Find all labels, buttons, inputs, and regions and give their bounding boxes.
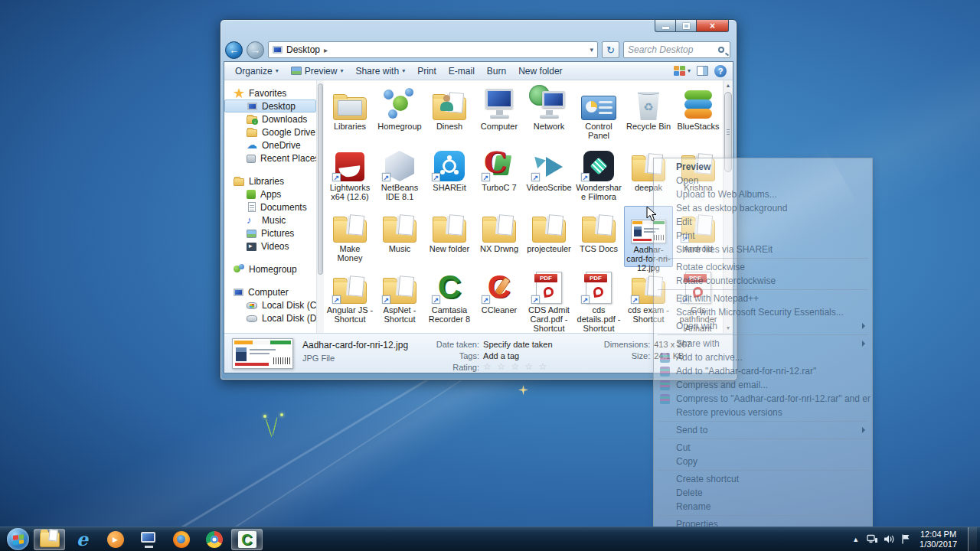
menu-item-add-to-aadhar-card-for-nri-12-rar[interactable]: Add to "Aadhar-card-for-nri-12.rar" bbox=[655, 364, 871, 378]
menu-item-share-files-via-shareit[interactable]: Share files via SHAREit bbox=[655, 243, 871, 256]
file-item-recycle-bin[interactable]: ♻Recycle Bin bbox=[624, 83, 673, 145]
menu-item-delete[interactable]: Delete bbox=[655, 486, 871, 500]
preview-pane-icon[interactable] bbox=[697, 66, 708, 76]
help-button[interactable]: ? bbox=[714, 65, 727, 77]
menu-item-add-to-archive[interactable]: Add to archive... bbox=[655, 350, 871, 364]
taskbar-button-computer-app[interactable] bbox=[132, 529, 164, 550]
menu-item-restore-previous-versions[interactable]: Restore previous versions bbox=[655, 406, 871, 419]
refresh-button[interactable]: ↻ bbox=[602, 41, 619, 58]
show-hidden-icons-button[interactable]: ▲ bbox=[850, 536, 861, 543]
sidebar-item-music[interactable]: ♪Music bbox=[224, 214, 316, 227]
file-item-music[interactable]: Music bbox=[375, 206, 424, 267]
file-item-shareit[interactable]: ↗SHAREit bbox=[425, 145, 474, 206]
menu-item-compress-and-email[interactable]: Compress and email... bbox=[655, 378, 871, 392]
menu-item-edit[interactable]: Edit bbox=[655, 215, 871, 229]
network-icon[interactable] bbox=[867, 533, 878, 545]
search-icon[interactable] bbox=[718, 47, 724, 53]
rating-stars[interactable]: ☆ ☆ ☆ ☆ ☆ bbox=[483, 363, 548, 372]
menu-item-upload-to-web-albums[interactable]: Upload to Web Albums... bbox=[655, 187, 871, 201]
date-taken-value[interactable]: Specify date taken bbox=[483, 340, 553, 349]
menu-item-preview[interactable]: Preview bbox=[655, 160, 871, 174]
action-center-flag-icon[interactable] bbox=[900, 533, 911, 545]
search-box[interactable]: Search Desktop bbox=[623, 41, 730, 58]
views-button[interactable]: ▾ bbox=[674, 66, 691, 76]
address-history-dropdown-icon[interactable]: ▾ bbox=[590, 46, 593, 54]
file-item-aspnet-shortcut[interactable]: ↗AspNet - Shortcut bbox=[375, 267, 424, 328]
menu-item-share-with[interactable]: Share with bbox=[655, 337, 871, 350]
scroll-up-icon[interactable]: ▲ bbox=[724, 80, 733, 90]
file-item-new-folder[interactable]: New folder bbox=[425, 206, 474, 267]
address-box[interactable]: Desktop ▸ ▾ bbox=[268, 41, 598, 58]
taskbar-button-media-player[interactable]: ▶ bbox=[100, 529, 131, 550]
taskbar-button-internet-explorer[interactable]: e bbox=[67, 529, 98, 550]
menu-item-copy[interactable]: Copy bbox=[655, 455, 871, 468]
file-item-make-money[interactable]: Make Money bbox=[325, 206, 374, 267]
taskbar-button-firefox[interactable] bbox=[165, 529, 197, 550]
file-item-camtasia-recorder-8[interactable]: C↗Camtasia Recorder 8 bbox=[425, 267, 474, 328]
toolbar-share-with-button[interactable]: Share with▾ bbox=[349, 64, 411, 79]
maximize-button[interactable] bbox=[676, 20, 697, 32]
file-item-homegroup[interactable]: Homegroup bbox=[375, 83, 424, 145]
taskbar-button-camtasia[interactable]: C bbox=[231, 529, 263, 550]
toolbar-print-button[interactable]: Print bbox=[411, 64, 443, 79]
sidebar-item-apps[interactable]: Apps bbox=[224, 187, 316, 201]
menu-item-open-with[interactable]: Open with bbox=[655, 319, 871, 333]
tags-value[interactable]: Add a tag bbox=[483, 351, 519, 360]
sidebar-item-videos[interactable]: Videos bbox=[224, 240, 316, 253]
file-item-turboc-7[interactable]: C↗TurboC 7 bbox=[475, 145, 524, 206]
file-item-tcs-docs[interactable]: TCS Docs bbox=[574, 206, 623, 267]
menu-item-send-to[interactable]: Send to bbox=[655, 423, 871, 437]
menu-item-open[interactable]: Open bbox=[655, 174, 871, 187]
file-item-dinesh[interactable]: Dinesh bbox=[425, 83, 474, 145]
menu-item-print[interactable]: Print bbox=[655, 229, 871, 243]
sidebar-item-recent-places[interactable]: Recent Places bbox=[224, 152, 316, 165]
file-item-projecteuler[interactable]: projecteuler bbox=[524, 206, 573, 267]
file-item-cds-details-pdf-shortcut[interactable]: PDF↗cds details.pdf - Shortcut bbox=[574, 267, 623, 328]
sidebar-item-favorites[interactable]: Favorites bbox=[224, 86, 316, 99]
file-item-videoscribe[interactable]: ↗VideoScribe bbox=[524, 145, 573, 206]
toolbar-e-mail-button[interactable]: E-mail bbox=[443, 64, 481, 79]
taskbar-button-chrome[interactable] bbox=[198, 529, 230, 550]
sidebar-scrollbar[interactable] bbox=[316, 80, 324, 333]
file-item-cds-admit-card-pdf-shortcut[interactable]: PDF↗CDS Admit Card.pdf - Shortcut bbox=[524, 267, 573, 328]
file-item-libraries[interactable]: Libraries bbox=[325, 83, 374, 145]
sidebar-item-downloads[interactable]: ↓Downloads bbox=[224, 112, 316, 126]
sidebar-scrollbar-thumb[interactable] bbox=[318, 83, 323, 275]
menu-item-rotate-clockwise[interactable]: Rotate clockwise bbox=[655, 260, 871, 274]
file-item-netbeans-ide-8-1[interactable]: ↗NetBeans IDE 8.1 bbox=[375, 145, 424, 206]
sidebar-item-documents[interactable]: Documents bbox=[224, 201, 316, 214]
file-item-control-panel[interactable]: Control Panel bbox=[574, 83, 623, 145]
file-item-lightworks-x64-12-6[interactable]: ↗Lightworks x64 (12.6) bbox=[325, 145, 374, 206]
file-item-computer[interactable]: Computer bbox=[475, 83, 524, 145]
menu-item-create-shortcut[interactable]: Create shortcut bbox=[655, 472, 871, 486]
sidebar-item-libraries[interactable]: Libraries bbox=[224, 174, 316, 187]
sidebar-item-computer[interactable]: Computer bbox=[224, 285, 316, 298]
breadcrumb-arrow-icon[interactable]: ▸ bbox=[324, 46, 328, 54]
sidebar-item-desktop[interactable]: Desktop bbox=[224, 99, 316, 112]
toolbar-preview-button[interactable]: Preview▾ bbox=[285, 64, 350, 79]
file-item-bluestacks[interactable]: BlueStacks bbox=[674, 83, 723, 145]
file-item-angular-js-shortcut[interactable]: ↗Angular JS - Shortcut bbox=[325, 267, 374, 328]
file-item-nx-drwng[interactable]: NX Drwng bbox=[475, 206, 524, 267]
toolbar-organize-button[interactable]: Organize▾ bbox=[229, 64, 285, 79]
file-item-ccleaner[interactable]: C↗CCleaner bbox=[475, 267, 524, 328]
minimize-button[interactable] bbox=[655, 20, 676, 32]
sidebar-item-pictures[interactable]: Pictures bbox=[224, 227, 316, 240]
desktop[interactable]: × ← → Desktop ▸ ▾ ↻ Search Desktop Organ… bbox=[0, 0, 980, 551]
menu-item-rotate-counterclockwise[interactable]: Rotate counterclockwise bbox=[655, 274, 871, 288]
volume-icon[interactable] bbox=[884, 533, 895, 545]
toolbar-new-folder-button[interactable]: New folder bbox=[512, 64, 568, 79]
file-item-network[interactable]: Network bbox=[524, 83, 573, 145]
forward-button[interactable]: → bbox=[247, 41, 264, 59]
menu-item-rename[interactable]: Rename bbox=[655, 500, 871, 514]
sidebar-item-google-drive[interactable]: Google Drive bbox=[224, 126, 316, 139]
sidebar-item-local-disk-d[interactable]: Local Disk (D:) bbox=[224, 311, 316, 324]
menu-item-set-as-desktop-background[interactable]: Set as desktop background bbox=[655, 201, 871, 215]
start-button[interactable] bbox=[7, 528, 29, 550]
breadcrumb-location[interactable]: Desktop bbox=[286, 44, 320, 55]
menu-item-compress-to-aadhar-card-for-nri-12-rar-and-email[interactable]: Compress to "Aadhar-card-for-nri-12.rar"… bbox=[655, 392, 871, 406]
taskbar-clock[interactable]: 12:04 PM 1/30/2017 bbox=[920, 530, 957, 549]
menu-item-cut[interactable]: Cut bbox=[655, 441, 871, 455]
close-button[interactable]: × bbox=[697, 20, 729, 32]
sidebar-item-onedrive[interactable]: ☁OneDrive bbox=[224, 139, 316, 152]
